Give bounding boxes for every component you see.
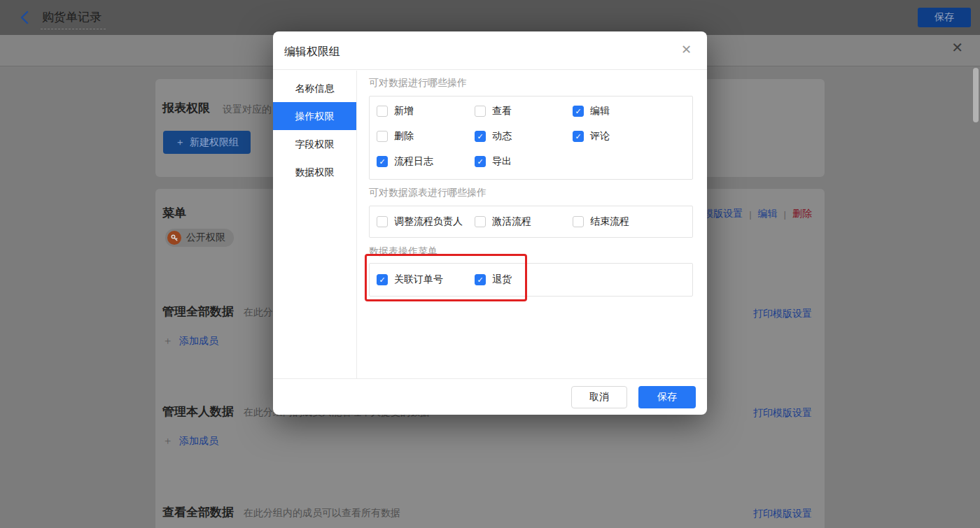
key-icon — [167, 231, 181, 245]
section-box-datasource-operations: ✓ 调整流程负责人 ✓ 激活流程 ✓ 结束流程 — [369, 206, 693, 238]
checkbox-icon[interactable]: ✓ — [377, 156, 388, 167]
section-label-table-action-menu: 数据表操作菜单 — [369, 245, 438, 258]
checkbox-end-process[interactable]: ✓ 结束流程 — [573, 216, 671, 227]
check-icon: ✓ — [477, 158, 483, 166]
plus-icon: ＋ — [162, 334, 173, 348]
check-icon: ✓ — [379, 276, 385, 284]
check-icon: ✓ — [379, 158, 385, 166]
checkbox-icon[interactable]: ✓ — [475, 274, 486, 285]
scrollbar-thumb[interactable] — [973, 68, 979, 122]
checkbox-icon[interactable]: ✓ — [377, 131, 388, 142]
checkbox-icon[interactable]: ✓ — [475, 131, 486, 142]
close-icon[interactable]: ✕ — [951, 41, 963, 55]
checkbox-icon[interactable]: ✓ — [377, 274, 388, 285]
checkbox-icon[interactable]: ✓ — [475, 106, 486, 117]
checkbox-link-order-number[interactable]: ✓ 关联订单号 — [377, 274, 475, 285]
checkbox-return-goods[interactable]: ✓ 退货 — [475, 274, 573, 285]
new-permission-group-button[interactable]: ＋ 新建权限组 — [163, 131, 251, 154]
dialog-header: 编辑权限组 ✕ — [273, 31, 707, 70]
tab-data-permission[interactable]: 数据权限 — [273, 158, 356, 186]
checkbox-export[interactable]: ✓ 导出 — [475, 156, 573, 167]
group-title: 管理本人数据 — [162, 404, 234, 420]
checkbox-comment[interactable]: ✓ 评论 — [573, 131, 671, 142]
link-separator: | — [749, 209, 751, 220]
edit-permission-group-dialog: 编辑权限组 ✕ 名称信息 操作权限 字段权限 数据权限 可对数据进行哪些操作 ✓… — [273, 31, 707, 415]
close-icon[interactable]: ✕ — [681, 43, 692, 56]
new-permission-group-label: 新建权限组 — [190, 136, 239, 149]
plus-icon: ＋ — [162, 434, 173, 448]
checkbox-icon[interactable]: ✓ — [377, 106, 388, 117]
check-icon: ✓ — [477, 276, 483, 284]
checkbox-icon[interactable]: ✓ — [377, 216, 388, 227]
print-template-settings-link[interactable]: 打印模版设置 — [753, 308, 812, 320]
delete-link[interactable]: 删除 — [792, 208, 812, 220]
link-separator: | — [784, 209, 786, 220]
checkbox-icon[interactable]: ✓ — [573, 216, 584, 227]
checkbox-activity[interactable]: ✓ 动态 — [475, 131, 573, 142]
section-label-data-operations: 可对数据进行哪些操作 — [369, 77, 467, 90]
plus-icon: ＋ — [175, 136, 185, 149]
back-icon[interactable] — [18, 10, 31, 24]
checkbox-view[interactable]: ✓ 查看 — [475, 106, 573, 117]
checkbox-icon[interactable]: ✓ — [475, 216, 486, 227]
dialog-title: 编辑权限组 — [284, 45, 340, 59]
section-box-table-action-menu: ✓ 关联订单号 ✓ 退货 — [369, 263, 693, 297]
report-permission-title: 报表权限 — [162, 100, 210, 116]
dialog-content: 可对数据进行哪些操作 ✓ 新增 ✓ 查看 ✓ 编辑 ✓ 删除 — [357, 71, 707, 378]
checkbox-icon[interactable]: ✓ — [475, 156, 486, 167]
tab-operation-permission[interactable]: 操作权限 — [273, 102, 356, 130]
print-template-settings-link[interactable]: 打印模版设置 — [753, 407, 812, 420]
checkbox-icon[interactable]: ✓ — [573, 106, 584, 117]
section-box-data-operations: ✓ 新增 ✓ 查看 ✓ 编辑 ✓ 删除 ✓ 动态 — [369, 96, 693, 180]
dialog-tab-sidebar: 名称信息 操作权限 字段权限 数据权限 — [273, 71, 357, 378]
group-title: 管理全部数据 — [162, 304, 234, 320]
group-title: 查看全部数据 — [162, 504, 234, 520]
menu-section-title: 菜单 — [162, 205, 186, 221]
check-icon: ✓ — [575, 133, 581, 141]
add-member-label: 添加成员 — [179, 435, 218, 448]
add-member-button[interactable]: ＋ 添加成员 — [162, 334, 218, 348]
checkbox-delete[interactable]: ✓ 删除 — [377, 131, 475, 142]
dialog-body: 名称信息 操作权限 字段权限 数据权限 可对数据进行哪些操作 ✓ 新增 ✓ 查看… — [273, 71, 707, 378]
add-member-label: 添加成员 — [179, 335, 218, 348]
check-icon: ✓ — [477, 133, 483, 141]
public-permission-label: 公开权限 — [186, 231, 225, 244]
checkbox-edit[interactable]: ✓ 编辑 — [573, 106, 671, 117]
tab-name-info[interactable]: 名称信息 — [273, 74, 356, 102]
page-title[interactable]: 购货单记录 — [41, 9, 106, 29]
checkbox-activate-process[interactable]: ✓ 激活流程 — [475, 216, 573, 227]
public-permission-tag[interactable]: 公开权限 — [165, 229, 234, 247]
screen: 购货单记录 保存 ✕ 报表权限 设置对应的「报表」的数据操作权限 ＋ 新建权限组… — [0, 0, 980, 528]
edit-link[interactable]: 编辑 — [758, 208, 778, 220]
check-icon: ✓ — [575, 108, 581, 115]
checkbox-create[interactable]: ✓ 新增 — [377, 106, 475, 117]
add-member-button[interactable]: ＋ 添加成员 — [162, 434, 218, 448]
print-template-settings-link[interactable]: 打印模版设置 — [753, 508, 812, 520]
topbar: 购货单记录 保存 — [0, 0, 980, 35]
section-label-datasource-operations: 可对数据源表进行哪些操作 — [369, 187, 486, 199]
save-button[interactable]: 保存 — [638, 386, 696, 408]
topbar-save-button[interactable]: 保存 — [918, 8, 971, 27]
checkbox-adjust-process-owner[interactable]: ✓ 调整流程负责人 — [377, 216, 475, 227]
group-row-view-all: 查看全部数据 在此分组内的成员可以查看所有数据 — [162, 504, 400, 520]
checkbox-process-log[interactable]: ✓ 流程日志 — [377, 156, 475, 167]
group-desc: 在此分组内的成员可以查看所有数据 — [244, 507, 400, 520]
cancel-button[interactable]: 取消 — [571, 386, 627, 408]
checkbox-icon[interactable]: ✓ — [573, 131, 584, 142]
tab-field-permission[interactable]: 字段权限 — [273, 130, 356, 158]
dialog-footer: 取消 保存 — [273, 378, 707, 415]
